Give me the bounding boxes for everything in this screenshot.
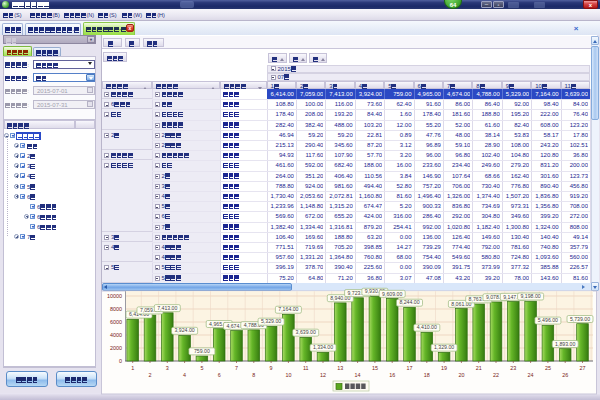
svg-text:5,739.00: 5,739.00 [570, 316, 590, 322]
svg-text:19: 19 [441, 365, 447, 371]
svg-text:759.00: 759.00 [194, 348, 210, 354]
svg-text:1,334.00: 1,334.00 [313, 344, 333, 350]
svg-text:8000: 8000 [110, 306, 122, 312]
svg-text:25: 25 [545, 365, 551, 371]
svg-text:5,496.00: 5,496.00 [538, 317, 558, 323]
svg-text:3: 3 [166, 365, 169, 371]
svg-text:18: 18 [424, 372, 430, 378]
svg-text:1: 1 [131, 365, 134, 371]
svg-text:11: 11 [303, 365, 309, 371]
svg-text:6: 6 [218, 372, 221, 378]
svg-text:15: 15 [372, 365, 378, 371]
svg-text:5,329.00: 5,329.00 [261, 318, 281, 324]
svg-text:4000: 4000 [110, 332, 122, 338]
svg-text:3,924.00: 3,924.00 [174, 327, 194, 333]
svg-text:4: 4 [183, 372, 186, 378]
svg-text:24: 24 [528, 372, 534, 378]
svg-text:23: 23 [510, 365, 516, 371]
svg-text:14: 14 [355, 372, 361, 378]
svg-text:9,198.00: 9,198.00 [520, 293, 540, 299]
svg-text:12: 12 [320, 372, 326, 378]
svg-text:2000: 2000 [110, 345, 122, 351]
svg-text:10000: 10000 [107, 293, 122, 299]
svg-text:16: 16 [389, 372, 395, 378]
svg-text:22: 22 [493, 372, 499, 378]
svg-text:13: 13 [337, 365, 343, 371]
svg-text:0: 0 [119, 358, 122, 364]
svg-text:21: 21 [476, 365, 482, 371]
svg-text:2: 2 [149, 372, 152, 378]
svg-text:27: 27 [580, 365, 586, 371]
svg-text:20: 20 [458, 372, 464, 378]
svg-text:9,609.00: 9,609.00 [382, 291, 402, 297]
svg-text:7,413.00: 7,413.00 [157, 305, 177, 311]
svg-text:1,893.00: 1,893.00 [555, 341, 575, 347]
svg-text:8: 8 [252, 372, 255, 378]
svg-text:3,639.00: 3,639.00 [296, 329, 316, 335]
svg-text:10: 10 [285, 372, 291, 378]
svg-text:26: 26 [562, 372, 568, 378]
svg-text:6000: 6000 [110, 319, 122, 325]
svg-text:8,244.00: 8,244.00 [399, 299, 419, 305]
svg-text:7: 7 [235, 365, 238, 371]
svg-text:9: 9 [270, 365, 273, 371]
svg-text:1,329.00: 1,329.00 [434, 344, 454, 350]
svg-text:4,410.00: 4,410.00 [417, 324, 437, 330]
svg-text:5: 5 [200, 365, 203, 371]
svg-text:7,164.00: 7,164.00 [278, 306, 298, 312]
svg-text:17: 17 [407, 365, 413, 371]
